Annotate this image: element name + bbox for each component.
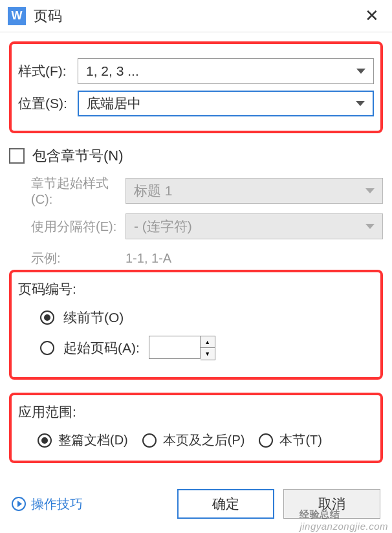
scope-this-section-radio[interactable] [259, 433, 273, 448]
numbering-title: 页码编号: [18, 280, 374, 298]
chapter-start-style-select: 标题 1 [125, 178, 383, 204]
include-chapter-label: 包含章节号(N) [32, 146, 124, 166]
include-chapter-row: 包含章节号(N) [9, 146, 383, 166]
chapter-start-style-value: 标题 1 [134, 182, 173, 200]
scope-from-here-label: 本页及之后(P) [163, 431, 245, 449]
spinner-up-button[interactable]: ▲ [201, 336, 215, 348]
tips-label: 操作技巧 [31, 495, 83, 513]
separator-label: 使用分隔符(E): [9, 218, 125, 235]
continue-previous-label: 续前节(O) [63, 309, 124, 327]
scope-this-section-label: 本节(T) [279, 431, 322, 449]
include-chapter-checkbox[interactable] [9, 148, 25, 164]
start-at-spinner: ▲ ▼ [149, 336, 215, 360]
page-number-section: 页码编号: 续前节(O) 起始页码(A): ▲ ▼ [9, 270, 383, 380]
chevron-down-icon [365, 224, 375, 229]
titlebar: W 页码 ✕ [0, 0, 392, 32]
position-label: 位置(S): [18, 94, 78, 113]
ok-button[interactable]: 确定 [177, 489, 274, 519]
continue-previous-radio[interactable] [40, 310, 54, 325]
separator-value: - (连字符) [134, 217, 192, 235]
app-icon: W [8, 7, 26, 25]
spinner-down-button[interactable]: ▼ [201, 348, 215, 360]
scope-from-here-radio[interactable] [142, 433, 157, 448]
start-at-radio[interactable] [40, 341, 54, 355]
format-select-value: 1, 2, 3 ... [86, 63, 139, 79]
style-position-section: 样式(F): 1, 2, 3 ... 位置(S): 底端居中 [9, 41, 383, 133]
position-select[interactable]: 底端居中 [78, 91, 374, 116]
example-label: 示例: [9, 250, 125, 267]
play-circle-icon [12, 497, 26, 511]
format-label: 样式(F): [18, 62, 78, 80]
scope-title: 应用范围: [18, 403, 374, 421]
tips-link[interactable]: 操作技巧 [12, 495, 83, 513]
scope-whole-doc-label: 整篇文档(D) [58, 431, 128, 449]
separator-select: - (连字符) [125, 213, 383, 239]
dialog-title: 页码 [34, 6, 360, 26]
start-at-input[interactable] [149, 336, 201, 359]
example-value: 1-1, 1-A [125, 251, 171, 266]
apply-scope-section: 应用范围: 整篇文档(D) 本页及之后(P) 本节(T) [9, 393, 383, 463]
chevron-down-icon [356, 69, 365, 74]
chapter-start-style-label: 章节起始样式(C): [9, 175, 125, 207]
scope-whole-doc-radio[interactable] [38, 433, 52, 448]
start-at-label: 起始页码(A): [63, 339, 140, 357]
format-select[interactable]: 1, 2, 3 ... [78, 58, 374, 84]
chevron-down-icon [365, 188, 375, 193]
chevron-down-icon [356, 101, 365, 106]
close-button[interactable]: ✕ [360, 3, 384, 28]
position-select-value: 底端居中 [87, 94, 141, 113]
watermark: 经验总结 jingyanzongjie.com [299, 508, 388, 532]
